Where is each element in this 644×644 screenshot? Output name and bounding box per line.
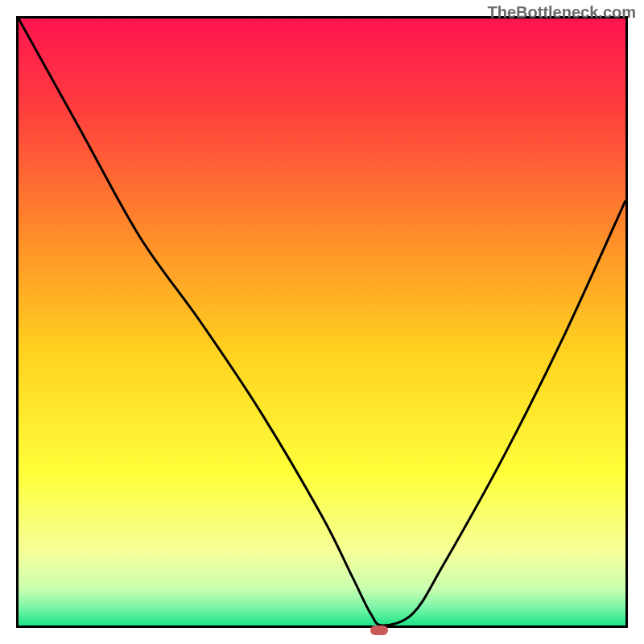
curve-line	[19, 19, 625, 625]
optimal-marker	[370, 625, 388, 635]
plot-area	[16, 16, 628, 628]
watermark-text: TheBottleneck.com	[488, 3, 636, 22]
bottleneck-chart: TheBottleneck.com	[0, 0, 644, 644]
